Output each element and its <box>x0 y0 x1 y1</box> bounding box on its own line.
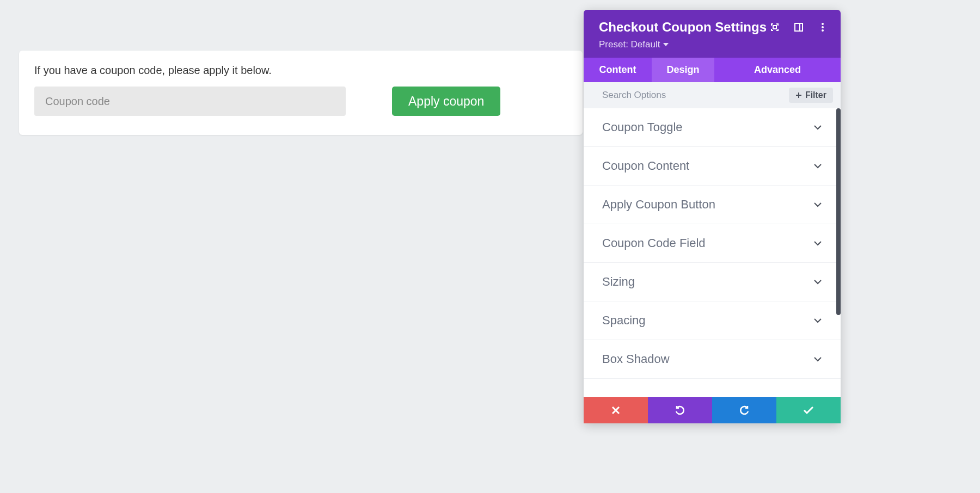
panel-footer <box>584 397 841 423</box>
scrollbar[interactable] <box>836 108 841 315</box>
redo-button[interactable] <box>712 397 776 423</box>
chevron-down-icon <box>813 163 822 169</box>
chevron-down-icon <box>813 125 822 130</box>
accordion-label: Spacing <box>602 313 646 328</box>
svg-rect-0 <box>773 26 776 29</box>
accordion-label: Box Shadow <box>602 352 670 366</box>
coupon-prompt-text: If you have a coupon code, please apply … <box>34 64 567 77</box>
panel-header-top: Checkout Coupon Settings <box>599 20 828 35</box>
close-icon <box>611 406 620 415</box>
accordion-box-shadow[interactable]: Box Shadow <box>584 340 841 379</box>
header-icons <box>770 22 828 32</box>
accordion-label: Coupon Toggle <box>602 120 683 134</box>
accordion-apply-coupon-button[interactable]: Apply Coupon Button <box>584 186 841 224</box>
preset-selector[interactable]: Preset: Default <box>599 39 828 50</box>
accordion-coupon-toggle[interactable]: Coupon Toggle <box>584 108 841 147</box>
chevron-down-icon <box>813 202 822 207</box>
panel-header: Checkout Coupon Settings <box>584 10 841 58</box>
search-options-input[interactable] <box>602 90 789 101</box>
accordion-coupon-content[interactable]: Coupon Content <box>584 147 841 186</box>
coupon-row: Apply coupon <box>34 87 567 116</box>
accordion-coupon-code-field[interactable]: Coupon Code Field <box>584 224 841 263</box>
redo-icon <box>739 405 750 416</box>
chevron-down-icon <box>813 318 822 323</box>
accordion-list: Coupon Toggle Coupon Content Apply Coupo… <box>584 108 841 423</box>
accordion-label: Coupon Content <box>602 159 689 173</box>
panel-tabs: Content Design Advanced <box>584 58 841 82</box>
save-button[interactable] <box>776 397 841 423</box>
tab-advanced[interactable]: Advanced <box>714 58 841 82</box>
caret-down-icon <box>663 43 669 46</box>
chevron-down-icon <box>813 241 822 246</box>
svg-rect-1 <box>795 23 803 31</box>
accordion-spacing[interactable]: Spacing <box>584 301 841 340</box>
svg-point-4 <box>822 26 824 28</box>
chevron-down-icon <box>813 356 822 362</box>
accordion-sizing[interactable]: Sizing <box>584 263 841 301</box>
layout-icon[interactable] <box>794 22 804 32</box>
coupon-card: If you have a coupon code, please apply … <box>19 51 583 135</box>
plus-icon <box>795 92 802 98</box>
coupon-code-input[interactable] <box>34 87 346 116</box>
filter-button[interactable]: Filter <box>789 88 833 103</box>
cancel-button[interactable] <box>584 397 648 423</box>
check-icon <box>803 406 814 415</box>
settings-panel: Checkout Coupon Settings <box>584 10 841 423</box>
accordion-label: Sizing <box>602 275 635 289</box>
tab-design[interactable]: Design <box>652 58 714 82</box>
search-row: Filter <box>584 82 841 108</box>
undo-button[interactable] <box>648 397 712 423</box>
svg-point-5 <box>822 29 824 32</box>
expand-icon[interactable] <box>770 22 780 32</box>
apply-coupon-button[interactable]: Apply coupon <box>392 87 500 116</box>
undo-icon <box>675 405 685 416</box>
filter-label: Filter <box>805 90 826 100</box>
svg-point-3 <box>822 23 824 25</box>
panel-title: Checkout Coupon Settings <box>599 20 770 35</box>
more-menu-icon[interactable] <box>818 22 828 32</box>
preset-label: Preset: Default <box>599 39 660 50</box>
chevron-down-icon <box>813 279 822 285</box>
accordion-label: Coupon Code Field <box>602 236 706 250</box>
tab-content[interactable]: Content <box>584 58 652 82</box>
accordion-label: Apply Coupon Button <box>602 198 715 212</box>
